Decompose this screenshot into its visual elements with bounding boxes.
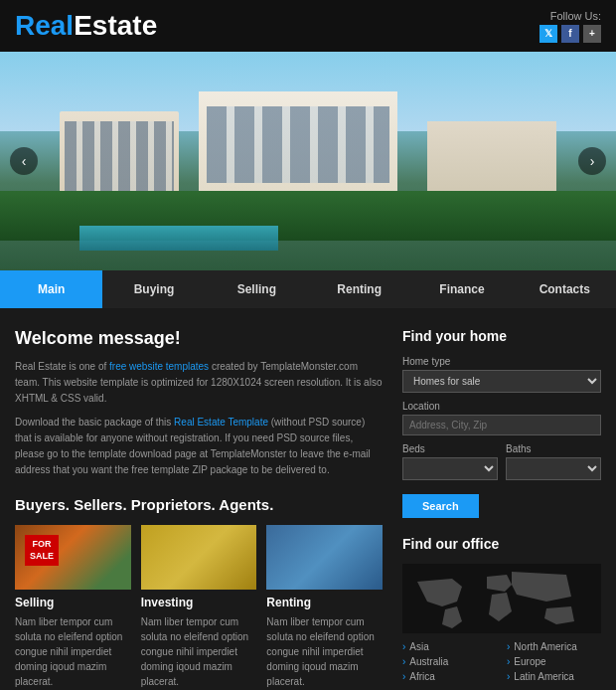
logo: RealEstate xyxy=(15,6,157,46)
home-type-label: Home type xyxy=(402,356,601,367)
investing-card-image xyxy=(141,525,257,590)
header: RealEstate Follow Us: 𝕏 f + xyxy=(0,0,616,52)
main-nav: Main Buying Selling Renting Finance Cont… xyxy=(0,270,616,308)
selling-card-image xyxy=(15,525,131,590)
world-map-svg xyxy=(407,567,596,631)
nav-item-contacts[interactable]: Contacts xyxy=(514,270,616,308)
renting-card-text: Nam liber tempor cum soluta no eleifend … xyxy=(266,614,383,689)
googleplus-icon[interactable]: + xyxy=(583,25,601,43)
renting-card-image xyxy=(266,525,383,590)
logo-estate: Estate xyxy=(74,10,157,41)
hero-slider: ‹ › xyxy=(0,52,616,270)
renting-card-label: Renting xyxy=(266,596,383,609)
renting-card: Renting Nam liber tempor cum soluta no e… xyxy=(266,525,383,690)
region-asia: Asia xyxy=(402,641,497,652)
follow-us: Follow Us: 𝕏 f + xyxy=(539,10,601,43)
section-title: Buyers. Sellers. Proprietors. Agents. xyxy=(15,496,383,513)
cards-container: Selling Nam liber tempor cum soluta no e… xyxy=(15,525,383,690)
welcome-title: Welcome message! xyxy=(15,328,383,349)
world-map xyxy=(402,564,601,633)
real-estate-template-link[interactable]: Real Estate Template xyxy=(174,417,268,428)
investing-card: Investing Nam liber tempor cum soluta no… xyxy=(141,525,257,690)
twitter-icon[interactable]: 𝕏 xyxy=(539,25,557,43)
logo-real: Real xyxy=(15,10,74,41)
region-europe: Europe xyxy=(507,656,601,667)
region-latin-america: Latin America xyxy=(507,671,601,682)
region-north-america: North America xyxy=(507,641,601,652)
baths-label: Baths xyxy=(506,443,601,454)
follow-us-label: Follow Us: xyxy=(539,10,601,22)
find-home-title: Find your home xyxy=(402,328,601,344)
pool xyxy=(79,226,278,251)
office-section: Find our office xyxy=(402,536,601,686)
beds-baths-group: Beds 1234+ Baths 1234+ xyxy=(402,443,601,488)
region-africa: Africa xyxy=(402,671,497,682)
main-content: Welcome message! Real Estate is one of f… xyxy=(0,308,616,690)
nav-item-buying[interactable]: Buying xyxy=(102,270,205,308)
facebook-icon[interactable]: f xyxy=(561,25,579,43)
office-regions: Asia Australia Africa North America Euro… xyxy=(402,641,601,686)
selling-card-text: Nam liber tempor cum soluta no eleifend … xyxy=(15,614,131,689)
beds-select[interactable]: 1234+ xyxy=(402,457,498,480)
slider-next-button[interactable]: › xyxy=(578,147,606,175)
nav-item-selling[interactable]: Selling xyxy=(206,270,308,308)
welcome-para2: Download the basic package of this Real … xyxy=(15,415,383,478)
nav-item-main[interactable]: Main xyxy=(0,270,102,308)
location-label: Location xyxy=(402,401,601,412)
social-icons: 𝕏 f + xyxy=(539,25,601,43)
office-title: Find our office xyxy=(402,536,601,552)
home-type-group: Home type Homes for sale xyxy=(402,356,601,393)
sidebar: Find your home Home type Homes for sale … xyxy=(402,328,601,690)
location-input[interactable] xyxy=(402,415,601,435)
region-australia: Australia xyxy=(402,656,497,667)
logo-text: RealEstate xyxy=(15,10,157,41)
selling-card-label: Selling xyxy=(15,596,131,609)
home-type-select[interactable]: Homes for sale xyxy=(402,370,601,393)
office-col-2: North America Europe Latin America xyxy=(507,641,601,686)
beds-group: Beds 1234+ xyxy=(402,443,498,480)
investing-card-label: Investing xyxy=(141,596,257,609)
search-button[interactable]: Search xyxy=(402,494,479,518)
nav-item-renting[interactable]: Renting xyxy=(308,270,410,308)
selling-card: Selling Nam liber tempor cum soluta no e… xyxy=(15,525,131,690)
welcome-para1: Real Estate is one of free website templ… xyxy=(15,359,383,407)
free-templates-link[interactable]: free website templates xyxy=(109,361,209,372)
main-column: Welcome message! Real Estate is one of f… xyxy=(15,328,383,690)
baths-select[interactable]: 1234+ xyxy=(506,457,601,480)
location-group: Location xyxy=(402,401,601,435)
nav-item-finance[interactable]: Finance xyxy=(410,270,513,308)
office-col-1: Asia Australia Africa xyxy=(402,641,497,686)
baths-group: Baths 1234+ xyxy=(506,443,601,480)
slider-prev-button[interactable]: ‹ xyxy=(10,147,38,175)
investing-card-text: Nam liber tempor cum soluta no eleifend … xyxy=(141,614,257,689)
beds-label: Beds xyxy=(402,443,498,454)
